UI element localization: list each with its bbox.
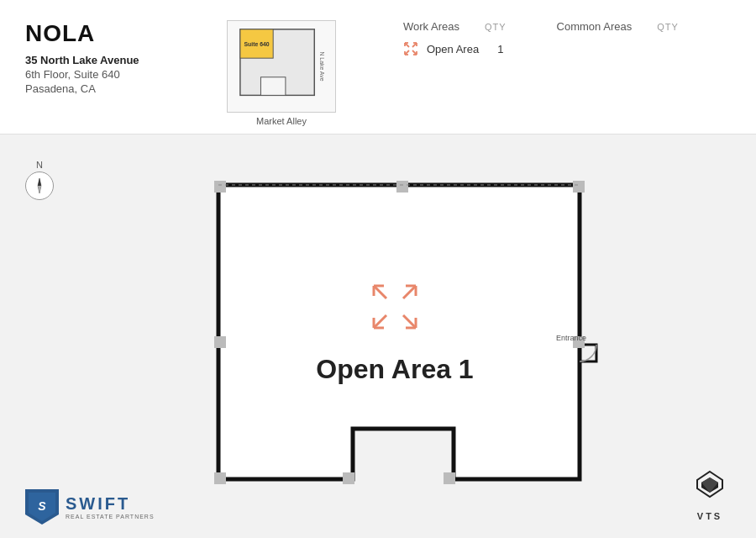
open-area-qty: 1 [497, 43, 503, 55]
swift-logo: S SWIFT REAL ESTATE PARTNERS [25, 489, 155, 525]
svg-rect-21 [214, 181, 226, 193]
work-areas-items: Open Area 1 [403, 41, 507, 56]
svg-rect-24 [214, 336, 226, 348]
compass: N [25, 160, 54, 200]
svg-text:Suite 640: Suite 640 [244, 41, 269, 47]
open-area-icon [403, 41, 418, 56]
property-floor: 6th Floor, Suite 640 [25, 68, 176, 81]
work-areas-title: Work Areas QTY [403, 20, 507, 33]
list-item: Open Area 1 [403, 41, 507, 56]
vts-logo: VTS [689, 467, 731, 521]
market-alley-label: Market Alley [256, 116, 307, 126]
work-areas-section: Work Areas QTY [403, 20, 507, 56]
compass-circle [25, 171, 54, 200]
common-areas-section: Common Areas QTY [557, 20, 679, 56]
common-areas-qty-header: QTY [657, 22, 679, 32]
swift-subtitle: REAL ESTATE PARTNERS [66, 514, 155, 520]
work-areas-label: Work Areas [403, 20, 459, 33]
header: NOLA 35 North Lake Avenue 6th Floor, Sui… [0, 0, 756, 134]
floor-plan: Open Area 1 Entrance [210, 177, 613, 513]
property-name: NOLA [25, 20, 176, 47]
open-area-label: Open Area [427, 43, 479, 55]
swift-name: SWIFT [66, 494, 155, 514]
property-city: Pasadena, CA [25, 82, 176, 95]
swift-text: SWIFT REAL ESTATE PARTNERS [66, 494, 155, 520]
svg-rect-1 [260, 77, 285, 96]
common-areas-title: Common Areas QTY [557, 20, 679, 33]
legend-area: Work Areas QTY [403, 20, 679, 56]
vts-label: VTS [697, 511, 722, 521]
work-areas-qty-header: QTY [485, 22, 507, 32]
main-content: N [0, 134, 756, 538]
compass-north-label: N [36, 160, 43, 170]
svg-rect-26 [214, 472, 226, 484]
floor-plan-thumbnail: Suite 640 N Lake Ave Market Alley [227, 20, 336, 126]
svg-text:N Lake Ave: N Lake Ave [319, 52, 325, 82]
svg-rect-22 [396, 181, 408, 193]
svg-marker-49 [701, 477, 718, 493]
svg-marker-19 [38, 178, 41, 186]
svg-rect-27 [343, 472, 354, 484]
svg-text:Entrance: Entrance [556, 334, 586, 342]
svg-rect-28 [444, 472, 455, 484]
svg-marker-20 [38, 186, 41, 193]
svg-text:S: S [38, 499, 46, 513]
property-address: 35 North Lake Avenue [25, 54, 176, 66]
svg-rect-23 [573, 181, 585, 193]
svg-text:Open Area 1: Open Area 1 [316, 354, 473, 384]
thumbnail-container: Suite 640 N Lake Ave [227, 20, 336, 113]
common-areas-label: Common Areas [557, 20, 633, 33]
property-info: NOLA 35 North Lake Avenue 6th Floor, Sui… [25, 17, 176, 95]
